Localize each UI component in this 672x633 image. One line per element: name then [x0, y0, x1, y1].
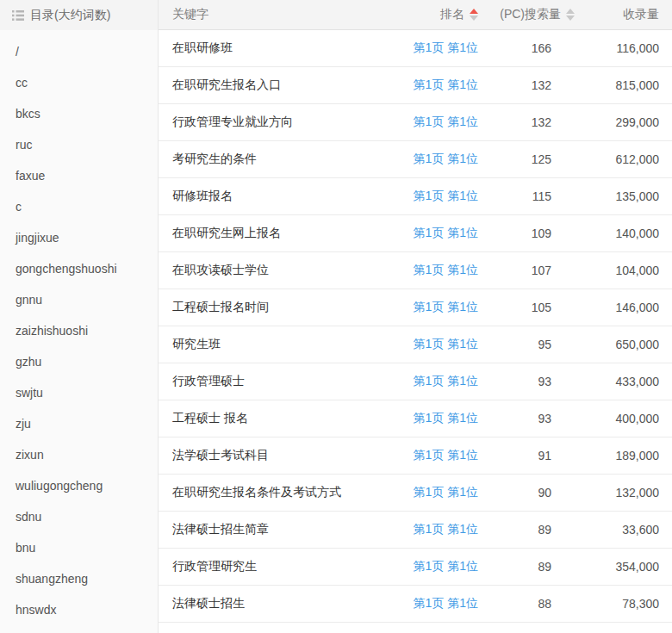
pc-search-volume-cell: 89	[478, 560, 575, 574]
sidebar-item-shuangzheng[interactable]: shuangzheng	[0, 563, 158, 594]
rank-link[interactable]: 第1页 第1位	[414, 226, 478, 239]
index-volume-cell: 135,000	[575, 189, 672, 203]
rank-cell: 第1页 第1位	[392, 559, 478, 574]
sidebar-item-gnnu[interactable]: gnnu	[0, 284, 158, 315]
rank-link[interactable]: 第1页 第1位	[414, 596, 478, 610]
keyword-cell: 行政管理硕士	[159, 374, 392, 389]
sidebar-item-ruc[interactable]: ruc	[0, 129, 158, 160]
table-header-row: 关键字 排名 (PC)搜索量 收录量	[159, 0, 672, 30]
keyword-cell: 考研究生的条件	[159, 152, 392, 167]
pc-search-volume-cell: 132	[478, 78, 575, 92]
rank-cell: 第1页 第1位	[392, 226, 478, 241]
rank-link[interactable]: 第1页 第1位	[414, 189, 478, 202]
index-volume-cell: 400,000	[575, 412, 672, 425]
table-row: 考研究生的条件第1页 第1位125612,000	[159, 141, 672, 178]
sort-up-arrow-active-icon[interactable]	[470, 9, 478, 14]
index-volume-cell: 146,000	[575, 301, 672, 314]
index-volume-cell: 433,000	[575, 375, 672, 388]
pc-search-volume-cell: 132	[478, 115, 575, 129]
rank-link[interactable]: 第1页 第1位	[414, 374, 478, 388]
sidebar-item-root[interactable]: /	[0, 36, 158, 67]
sidebar-item-swjtu[interactable]: swjtu	[0, 377, 158, 408]
rank-link[interactable]: 第1页 第1位	[414, 485, 478, 499]
pc-search-volume-cell: 115	[478, 189, 575, 203]
index-volume-cell: 650,000	[575, 338, 672, 351]
table-row: 法学硕士考试科目第1页 第1位91189,000	[159, 438, 672, 475]
table-body: 在职研修班第1页 第1位166116,000在职研究生报名入口第1页 第1位13…	[159, 30, 672, 623]
pc-search-volume-cell: 93	[478, 375, 575, 388]
table-row: 在职研修班第1页 第1位166116,000	[159, 30, 672, 67]
pc-search-volume-cell: 107	[478, 264, 575, 277]
sidebar-item-gongchengshuoshi[interactable]: gongchengshuoshi	[0, 253, 158, 284]
rank-link[interactable]: 第1页 第1位	[414, 559, 478, 573]
rank-cell: 第1页 第1位	[392, 300, 478, 315]
header-pc-search-volume[interactable]: (PC)搜索量	[478, 7, 575, 22]
table-row: 在职研究生网上报名第1页 第1位109140,000	[159, 215, 672, 252]
rank-cell: 第1页 第1位	[392, 411, 478, 426]
index-volume-cell: 354,000	[575, 560, 672, 574]
pc-search-volume-cell: 88	[478, 597, 575, 611]
pc-search-volume-cell: 109	[478, 227, 575, 240]
sidebar-item-sdnu[interactable]: sdnu	[0, 501, 158, 532]
rank-link[interactable]: 第1页 第1位	[414, 337, 478, 351]
keyword-cell: 行政管理专业就业方向	[159, 115, 392, 130]
sidebar-item-gzhu[interactable]: gzhu	[0, 346, 158, 377]
rank-link[interactable]: 第1页 第1位	[414, 152, 478, 165]
sort-down-arrow-icon[interactable]	[566, 16, 575, 21]
keyword-cell: 在职研究生报名入口	[159, 78, 392, 93]
table-row: 行政管理专业就业方向第1页 第1位132299,000	[159, 104, 672, 141]
rank-cell: 第1页 第1位	[392, 337, 478, 352]
sidebar-item-faxue[interactable]: faxue	[0, 160, 158, 191]
rank-link[interactable]: 第1页 第1位	[414, 448, 478, 462]
index-volume-cell: 140,000	[575, 227, 672, 240]
keyword-cell: 行政管理研究生	[159, 559, 392, 574]
sidebar-item-jingjixue[interactable]: jingjixue	[0, 222, 158, 253]
sidebar-item-zju[interactable]: zju	[0, 408, 158, 439]
keyword-cell: 工程硕士 报名	[159, 411, 392, 426]
rank-sort-icon[interactable]	[470, 9, 478, 21]
table-row: 在职研究生报名入口第1页 第1位132815,000	[159, 67, 672, 104]
rank-link[interactable]: 第1页 第1位	[414, 300, 478, 313]
rank-cell: 第1页 第1位	[392, 78, 478, 93]
index-volume-cell: 33,600	[575, 523, 672, 537]
rank-cell: 第1页 第1位	[392, 115, 478, 130]
sidebar-item-wuliugongcheng[interactable]: wuliugongcheng	[0, 470, 158, 501]
sort-down-arrow-icon[interactable]	[470, 16, 478, 21]
rank-link[interactable]: 第1页 第1位	[414, 78, 478, 91]
pc-sort-icon[interactable]	[566, 9, 575, 21]
rank-cell: 第1页 第1位	[392, 448, 478, 463]
keyword-cell: 法律硕士招生	[159, 596, 392, 611]
index-volume-cell: 299,000	[575, 115, 672, 129]
sidebar-item-bkcs[interactable]: bkcs	[0, 98, 158, 129]
pc-search-volume-cell: 166	[478, 41, 575, 55]
keyword-cell: 在职研究生网上报名	[159, 226, 392, 241]
table-row: 工程硕士 报名第1页 第1位93400,000	[159, 400, 672, 438]
header-rank[interactable]: 排名	[392, 7, 478, 22]
sidebar-title: 目录(大约词数)	[30, 8, 110, 23]
app: 目录(大约词数) /ccbkcsrucfaxuecjingjixuegongch…	[0, 0, 672, 633]
table-row: 行政管理研究生第1页 第1位89354,000	[159, 549, 672, 586]
keyword-cell: 研修班报名	[159, 189, 392, 204]
sidebar-item-zaizhishuoshi[interactable]: zaizhishuoshi	[0, 315, 158, 346]
rank-link[interactable]: 第1页 第1位	[414, 263, 478, 276]
sidebar-item-zixun[interactable]: zixun	[0, 439, 158, 470]
rank-link[interactable]: 第1页 第1位	[414, 411, 478, 425]
rank-link[interactable]: 第1页 第1位	[414, 522, 478, 536]
sidebar-item-c[interactable]: c	[0, 191, 158, 222]
sidebar-header: 目录(大约词数)	[0, 0, 158, 30]
sort-up-arrow-icon[interactable]	[566, 9, 575, 14]
list-icon	[12, 10, 24, 21]
table-row: 在职研究生报名条件及考试方式第1页 第1位90132,000	[159, 475, 672, 512]
rank-cell: 第1页 第1位	[392, 485, 478, 500]
table-row: 法律硕士招生简章第1页 第1位8933,600	[159, 512, 672, 549]
pc-search-volume-cell: 91	[478, 449, 575, 462]
index-volume-cell: 612,000	[575, 152, 672, 166]
rank-link[interactable]: 第1页 第1位	[414, 40, 478, 54]
sidebar-item-bnu[interactable]: bnu	[0, 532, 158, 563]
sidebar-item-cc[interactable]: cc	[0, 67, 158, 98]
header-pc-label: (PC)搜索量	[500, 7, 561, 22]
pc-search-volume-cell: 105	[478, 301, 575, 314]
sidebar-item-hnswdx[interactable]: hnswdx	[0, 594, 158, 625]
rank-link[interactable]: 第1页 第1位	[414, 115, 478, 128]
rank-cell: 第1页 第1位	[392, 189, 478, 204]
